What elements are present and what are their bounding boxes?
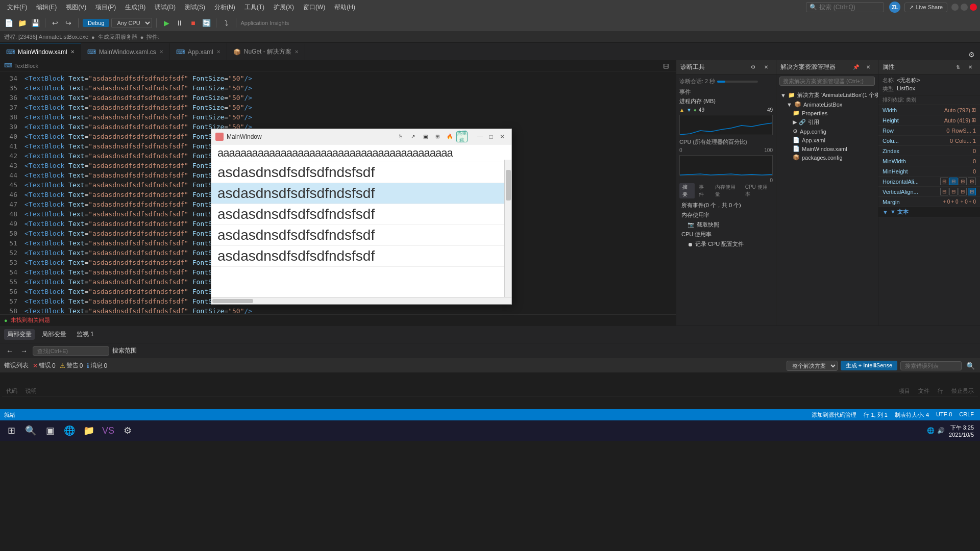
taskbar-explorer[interactable]: 📁 [80,421,98,440]
toolbar-undo[interactable]: ↩ [50,17,61,29]
cpu-target-dropdown[interactable]: Any CPU [111,18,152,28]
tab-close-4[interactable]: ✕ [295,49,299,55]
debug-button[interactable]: Debug [83,19,109,27]
menu-debug[interactable]: 调试(D) [151,2,180,13]
sol-item-solution[interactable]: ▼ 📁 解决方案 'AnimateListBox'(1 个项目/共 1 个) [776,90,878,100]
float-hot-reload[interactable]: 热重载 [456,131,468,142]
menu-extensions[interactable]: 扩展(X) [270,2,298,13]
sol-item-packages[interactable]: 📦 packages.config [776,153,878,162]
sol-item-mainwindow[interactable]: 📄 MainWindow.xaml [776,144,878,153]
menu-project[interactable]: 项目(P) [91,2,120,13]
float-minimize-btn[interactable]: — [475,132,485,142]
float-toolbar-1[interactable]: 🖱 [395,131,406,142]
toolbar-redo[interactable]: ↪ [63,17,74,29]
local-tab-0[interactable]: 局部变量 [4,329,35,340]
text-section[interactable]: ▼ ▼ 文本 [878,207,980,217]
status-encoding[interactable]: UTF-8 [934,411,954,419]
search-prev-btn[interactable]: ← [4,345,15,357]
tab-mainwindow-cs[interactable]: ⌨ MainWindow.xaml.cs ✕ [81,43,170,60]
prop-height-value[interactable]: Auto (419) ⊞ [944,117,976,123]
tray-volume[interactable]: 🔊 [937,427,945,435]
menu-window[interactable]: 窗口(W) [299,2,329,13]
sol-item-properties[interactable]: 📁 Properties [776,109,878,117]
tab-nuget[interactable]: 📦 NuGet - 解决方案 ✕ [227,43,305,60]
menu-help[interactable]: 帮助(H) [330,2,359,13]
menu-analyze[interactable]: 分析(N) [210,2,239,13]
float-toolbar-4[interactable]: ⊞ [432,131,443,142]
close-button[interactable] [970,4,977,11]
float-toolbar-2[interactable]: ↗ [407,131,419,142]
props-close[interactable]: ✕ [965,62,976,73]
diag-tab-events[interactable]: 事件 [696,183,711,198]
status-crlf[interactable]: CRLF [957,411,976,419]
toolbar-open[interactable]: 📁 [16,17,28,29]
prop-col-value[interactable]: 0 Colu... 1 [950,138,976,144]
tab-close-2[interactable]: ✕ [159,49,163,55]
record-cpu-item[interactable]: ⏺ 记录 CPU 配置文件 [685,239,773,249]
error-search-btn[interactable]: 🔍 [965,360,976,371]
error-search-input[interactable] [900,361,962,370]
status-row-col[interactable]: 行 1, 列 1 [862,411,889,419]
float-list-item-0[interactable]: aaaaaaaaaaaaaaaaaaaaaaaaaaaaaaaaaaaaaaaa… [211,144,511,162]
taskbar-settings[interactable]: ⚙ [118,421,137,440]
menu-file[interactable]: 文件(F) [3,2,31,13]
toolbar-restart[interactable]: 🔄 [201,17,212,29]
sol-item-appxaml[interactable]: 📄 App.xaml [776,136,878,144]
sol-item-appconfig[interactable]: ⚙ App.config [776,127,878,136]
sol-pin[interactable]: 📌 [850,62,862,73]
float-list-item-3[interactable]: asdasdnsdfsdfsdfndsfsdf [211,204,511,225]
menu-build[interactable]: 生成(B) [121,2,150,13]
float-toolbar-3[interactable]: ▣ [420,131,431,142]
build-intellisense-btn[interactable]: 生成 + IntelliSense [841,361,897,370]
diag-tab-memory[interactable]: 内存使用量 [712,183,741,198]
prop-minheight-value[interactable]: 0 [973,168,976,174]
tab-close-1[interactable]: ✕ [70,49,75,55]
search-next-btn[interactable]: → [18,345,30,357]
prop-halign-value[interactable]: ⊟ ⊟ ⊟ ⊟ [940,178,976,185]
toolbar-new[interactable]: 📄 [3,17,14,29]
local-tab-1[interactable]: 局部变量 [39,329,69,340]
solution-scope-dropdown[interactable]: 整个解决方案 [787,361,838,371]
toolbar-pause[interactable]: ⏸ [174,17,185,29]
float-list[interactable]: aaaaaaaaaaaaaaaaaaaaaaaaaaaaaaaaaaaaaaaa… [211,144,511,297]
status-tab-info[interactable]: 制表符大小: 4 [893,411,931,419]
user-avatar[interactable]: ZL [889,2,900,13]
search-input[interactable] [33,346,109,356]
diag-tab-cpu[interactable]: CPU 使用率 [742,183,773,198]
sol-item-references[interactable]: ▶ 🔗 引用 [776,117,878,127]
float-list-item-5[interactable]: asdasdnsdfsdfsdfndsfsdf [211,246,511,267]
menu-search-input[interactable] [819,4,880,11]
tab-close-3[interactable]: ✕ [216,49,220,55]
float-list-item-2[interactable]: asdasdnsdfsdfsdfndsfsdf [211,183,511,204]
taskbar-task-view[interactable]: ▣ [41,421,59,440]
local-tab-2[interactable]: 监视 1 [74,329,97,340]
taskbar-edge[interactable]: 🌐 [60,421,79,440]
float-list-item-4[interactable]: asdasdnsdfsdfsdfndsfsdf [211,225,511,246]
toolbar-step-over[interactable]: ⤵ [220,17,232,29]
diag-settings[interactable]: ⚙ [747,62,758,73]
toolbar-save[interactable]: 💾 [30,17,41,29]
prop-minwidth-value[interactable]: 0 [973,158,976,164]
float-maximize-btn[interactable]: □ [486,132,496,142]
toolbar-run[interactable]: ▶ [161,17,172,29]
menu-edit[interactable]: 编辑(E) [32,2,61,13]
diag-close[interactable]: ✕ [761,62,772,73]
solution-search-input[interactable] [779,77,875,86]
tab-panel-toggle[interactable]: ⚙ [966,49,977,60]
tab-mainwindow-xaml[interactable]: ⌨ MainWindow.xaml ✕ [0,43,81,60]
status-add-code[interactable]: 添加到源代码管理 [810,411,859,419]
toolbar-stop[interactable]: ■ [187,17,199,29]
prop-valign-value[interactable]: ⊟ ⊟ ⊟ ⊟ [940,188,976,195]
prop-margin-value[interactable]: + 0+ 0 + 0+ 0 [943,199,976,205]
tab-app-xaml[interactable]: ⌨ App.xaml ✕ [170,43,227,60]
float-close-btn[interactable]: ✕ [497,132,507,142]
taskbar-search[interactable]: 🔍 [21,421,40,440]
float-scrollbar-y[interactable] [504,160,511,297]
maximize-button[interactable] [961,4,968,11]
sol-close[interactable]: ✕ [863,62,874,73]
prop-width-value[interactable]: Auto (792) ⊞ [944,107,976,113]
menu-tools[interactable]: 工具(T) [240,2,268,13]
snapshot-item[interactable]: 📷 截取快照 [685,220,773,230]
diag-tab-summary[interactable]: 摘要 [679,183,695,198]
memory-usage-item[interactable]: 内存使用率 [679,210,773,220]
